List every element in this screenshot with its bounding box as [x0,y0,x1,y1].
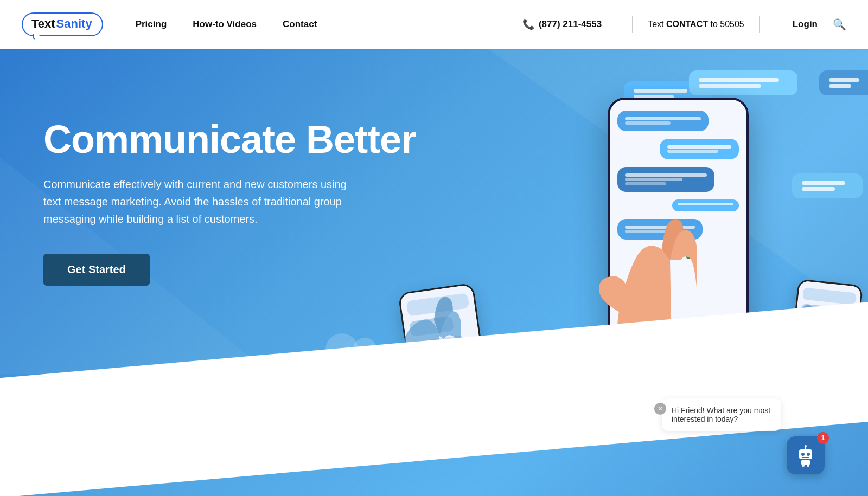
svg-point-6 [807,453,810,456]
chat-preview: ✕ Hi Friend! What are you most intereste… [662,398,781,431]
nav-links: Pricing How-to Videos Contact [136,19,522,30]
chat-badge: 1 [817,432,829,444]
nav-divider [632,16,633,33]
text-contact: Text CONTACT to 50505 [648,20,744,29]
get-started-button[interactable]: Get Started [43,254,150,286]
svg-point-9 [805,445,807,447]
nav-right: 📞 (877) 211-4553 Text CONTACT to 50505 L… [522,16,846,33]
pt-msg-1 [802,287,857,305]
svg-rect-11 [802,465,805,467]
svg-rect-12 [807,465,809,467]
hero-content: Communicate Better Communicate effective… [43,119,416,286]
nav-divider-2 [760,16,760,33]
phone-number: (877) 211-4553 [539,19,602,30]
hero-title: Communicate Better [43,119,416,160]
float-bubble-3 [819,70,868,95]
text-contact-suffix: to 50505 [708,20,744,29]
svg-point-5 [801,453,805,456]
navbar: Text Sanity Pricing How-to Videos Contac… [0,0,868,49]
chat-close-icon[interactable]: ✕ [654,403,666,415]
chat-preview-text: Hi Friend! What are you most interested … [672,406,770,423]
hero-section: Communicate Better Communicate effective… [0,49,868,496]
float-bubble-2 [689,70,797,95]
float-bubble-5 [792,173,863,198]
nav-link-how-to[interactable]: How-to Videos [193,19,257,30]
login-link[interactable]: Login [793,19,818,30]
logo-bubble: Text Sanity [22,12,103,36]
chat-widget[interactable]: 1 [787,436,825,474]
phone-icon: 📞 [522,18,534,30]
robot-icon [794,444,817,467]
nav-link-contact[interactable]: Contact [283,19,317,30]
svg-rect-10 [801,460,810,465]
logo[interactable]: Text Sanity [22,12,103,36]
hero-subtitle: Communicate effectively with current and… [43,176,358,228]
logo-text-text: Text [31,17,55,31]
nav-phone[interactable]: 📞 (877) 211-4553 [522,18,617,30]
text-contact-keyword: CONTACT [666,20,708,29]
logo-text-sanity: Sanity [56,17,92,31]
svg-rect-7 [802,457,809,458]
search-icon[interactable]: 🔍 [833,18,846,31]
nav-link-pricing[interactable]: Pricing [136,19,167,30]
